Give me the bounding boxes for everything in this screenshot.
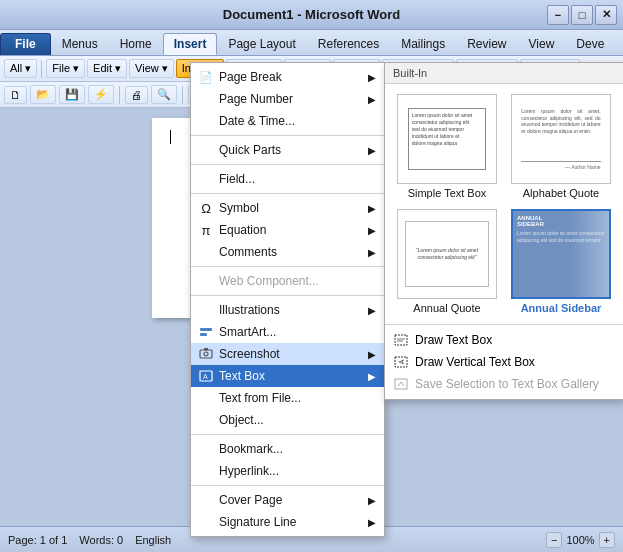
bookmark-icon (197, 440, 215, 458)
svg-rect-7 (395, 335, 407, 345)
minimize-button[interactable]: − (547, 5, 569, 25)
toolbar-all[interactable]: All ▾ (4, 59, 37, 78)
save-button[interactable]: 💾 (59, 85, 85, 104)
tab-home[interactable]: Home (109, 33, 163, 55)
tab-view[interactable]: View (518, 33, 566, 55)
annual-sidebar-item[interactable]: ANNUALSIDEBAR Lorem ipsum dolor sit amet… (507, 207, 615, 316)
zoom-in-button[interactable]: + (599, 532, 615, 548)
ribbon-tabs: File Menus Home Insert Page Layout Refer… (0, 30, 623, 56)
submenu-actions: Draw Text Box A Draw Vertical Text Box S… (385, 324, 623, 399)
draw-vertical-icon: A (393, 354, 409, 370)
menu-text-from-file[interactable]: Text from File... (191, 387, 384, 409)
page-number-icon (197, 90, 215, 108)
page-break-icon: 📄 (197, 68, 215, 86)
page-indicator: Page: 1 of 1 (8, 534, 67, 546)
draw-text-box-action[interactable]: Draw Text Box (385, 329, 623, 351)
svg-rect-0 (200, 328, 212, 331)
svg-rect-12 (395, 379, 407, 389)
sep4 (191, 266, 384, 267)
tab-references[interactable]: References (307, 33, 390, 55)
menu-symbol[interactable]: Ω Symbol ▶ (191, 197, 384, 219)
menu-signature-line[interactable]: Signature Line ▶ (191, 511, 384, 533)
tab-review[interactable]: Review (456, 33, 517, 55)
sep2 (119, 86, 120, 104)
svg-point-3 (204, 352, 208, 356)
hyperlink-icon (197, 462, 215, 480)
menu-illustrations[interactable]: Illustrations ▶ (191, 299, 384, 321)
comments-icon (197, 243, 215, 261)
simple-text-box-item[interactable]: Lorem ipsum dolor sit ametconsectetur ad… (393, 92, 501, 201)
svg-rect-1 (200, 333, 207, 336)
tab-page-layout[interactable]: Page Layout (217, 33, 306, 55)
menu-field[interactable]: Field... (191, 168, 384, 190)
preview-button[interactable]: 🔍 (151, 85, 177, 104)
maximize-button[interactable]: □ (571, 5, 593, 25)
print-button[interactable]: 🖨 (125, 86, 148, 104)
text-box-submenu: Built-In Lorem ipsum dolor sit ametconse… (384, 62, 623, 400)
field-icon (197, 170, 215, 188)
alphabet-quote-item[interactable]: Lorem ipsum dolor sit amet, consectetur … (507, 92, 615, 201)
tab-developer[interactable]: Deve (565, 33, 615, 55)
simple-text-box-label: Simple Text Box (408, 187, 487, 199)
sep6 (191, 434, 384, 435)
quick-parts-icon (197, 141, 215, 159)
menu-web-component: Web Component... (191, 270, 384, 292)
new-button[interactable]: 🗋 (4, 86, 27, 104)
save-to-gallery-action: Save Selection to Text Box Gallery (385, 373, 623, 395)
menu-equation[interactable]: π Equation ▶ (191, 219, 384, 241)
insert-menu: 📄 Page Break ▶ Page Number ▶ Date & Time… (190, 62, 385, 537)
draw-vertical-text-box-label: Draw Vertical Text Box (415, 355, 535, 369)
annual-quote-preview: "Lorem ipsum dolor sit amet consectetur … (397, 209, 497, 299)
annual-sidebar-preview: ANNUALSIDEBAR Lorem ipsum dolor sit amet… (511, 209, 611, 299)
menu-date-time[interactable]: Date & Time... (191, 110, 384, 132)
annual-quote-label: Annual Quote (413, 302, 480, 314)
menu-quick-parts[interactable]: Quick Parts ▶ (191, 139, 384, 161)
menu-smartart[interactable]: SmartArt... (191, 321, 384, 343)
sep5 (191, 295, 384, 296)
open-button[interactable]: 📂 (30, 85, 56, 104)
menu-cover-page[interactable]: Cover Page ▶ (191, 489, 384, 511)
save-gallery-icon (393, 376, 409, 392)
sep (41, 60, 42, 78)
toolbar-edit[interactable]: Edit ▾ (87, 59, 127, 78)
tab-file[interactable]: File (0, 33, 51, 55)
draw-vertical-text-box-action[interactable]: A Draw Vertical Text Box (385, 351, 623, 373)
sep3 (182, 86, 183, 104)
annual-sidebar-label: Annual Sidebar (521, 302, 602, 314)
signature-icon (197, 513, 215, 531)
annual-quote-item[interactable]: "Lorem ipsum dolor sit amet consectetur … (393, 207, 501, 316)
app-title: Document1 - Microsoft Word (223, 7, 400, 22)
toolbar-file[interactable]: File ▾ (46, 59, 85, 78)
draw-text-box-label: Draw Text Box (415, 333, 492, 347)
menu-comments[interactable]: Comments ▶ (191, 241, 384, 263)
tab-insert[interactable]: Insert (163, 33, 218, 55)
zoom-out-button[interactable]: − (546, 532, 562, 548)
tab-menus[interactable]: Menus (51, 33, 109, 55)
menu-hyperlink[interactable]: Hyperlink... (191, 460, 384, 482)
object-icon (197, 411, 215, 429)
tab-mailings[interactable]: Mailings (390, 33, 456, 55)
menu-screenshot[interactable]: Screenshot ▶ (191, 343, 384, 365)
menu-bookmark[interactable]: Bookmark... (191, 438, 384, 460)
menu-page-break[interactable]: 📄 Page Break ▶ (191, 66, 384, 88)
symbol-icon: Ω (197, 199, 215, 217)
word-count: Words: 0 (79, 534, 123, 546)
sep2 (191, 164, 384, 165)
built-in-label: Built-In (393, 67, 427, 79)
screenshot-icon (197, 345, 215, 363)
menu-text-box[interactable]: A Text Box ▶ (191, 365, 384, 387)
close-button[interactable]: ✕ (595, 5, 617, 25)
sep7 (191, 485, 384, 486)
title-bar: Document1 - Microsoft Word − □ ✕ (0, 0, 623, 30)
quick-save-button[interactable]: ⚡ (88, 85, 114, 104)
menu-object[interactable]: Object... (191, 409, 384, 431)
alphabet-quote-label: Alphabet Quote (523, 187, 599, 199)
date-time-icon (197, 112, 215, 130)
toolbar-view[interactable]: View ▾ (129, 59, 174, 78)
alphabet-quote-preview: Lorem ipsum dolor sit amet, consectetur … (511, 94, 611, 184)
zoom-level: 100% (566, 534, 594, 546)
svg-text:A: A (203, 373, 208, 380)
cover-page-icon (197, 491, 215, 509)
menu-page-number[interactable]: Page Number ▶ (191, 88, 384, 110)
text-box-menu-icon: A (197, 367, 215, 385)
